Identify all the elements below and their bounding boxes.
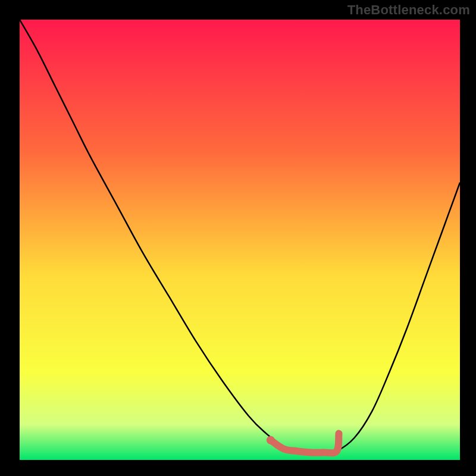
attribution-label: TheBottleneck.com [347, 2, 470, 18]
bottleneck-chart [20, 20, 460, 460]
gradient-background [20, 20, 460, 460]
optimal-range-start-dot [267, 436, 275, 444]
plot-area [20, 20, 460, 460]
chart-frame: TheBottleneck.com [0, 0, 476, 476]
